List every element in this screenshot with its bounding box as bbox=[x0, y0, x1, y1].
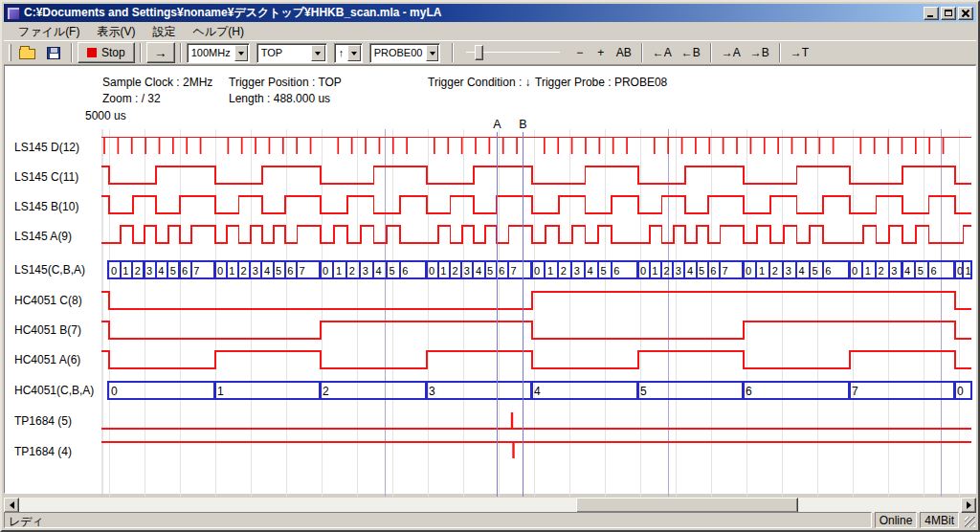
menu-help[interactable]: ヘルプ(H) bbox=[184, 22, 253, 42]
trigger-position-info: Trigger Position : TOP bbox=[229, 76, 342, 89]
maximize-button[interactable] bbox=[941, 7, 956, 20]
zoom-out-button[interactable]: − bbox=[569, 43, 590, 62]
resize-grip[interactable] bbox=[962, 512, 976, 528]
set-cursor-b-button[interactable]: →B bbox=[746, 43, 774, 62]
waveform-client-area bbox=[4, 65, 976, 494]
zoom-slider[interactable] bbox=[464, 43, 562, 62]
stop-label: Stop bbox=[101, 46, 125, 59]
window-title: C:¥Documents and Settings¥noname¥デスクトップ¥… bbox=[24, 5, 922, 21]
channel-label: HC4051 A(6) bbox=[14, 353, 80, 366]
status-memory: 4MBit bbox=[920, 512, 959, 528]
stop-icon bbox=[87, 48, 97, 57]
trigger-edge-combo[interactable]: ↑ bbox=[334, 43, 363, 63]
zoom-slider-handle[interactable] bbox=[475, 45, 483, 60]
channel-label: HC4051 C(8) bbox=[14, 294, 82, 307]
toolbar-separator bbox=[140, 43, 142, 62]
app-icon bbox=[7, 7, 20, 20]
open-folder-icon bbox=[19, 49, 35, 59]
status-ready: レディ bbox=[4, 512, 872, 528]
chevron-down-icon[interactable] bbox=[426, 45, 437, 61]
stop-button[interactable]: Stop bbox=[78, 42, 135, 63]
toolbar-grip bbox=[9, 44, 11, 61]
single-run-button[interactable]: → bbox=[146, 42, 175, 63]
channel-label: LS145 C(11) bbox=[14, 170, 78, 184]
channel-label: LS145(C,B,A) bbox=[14, 263, 85, 277]
channel-label: TP1684 (4) bbox=[14, 445, 72, 458]
toolbar: Stop → 100MHz TOP ↑ PROBE00 − + AB ←A bbox=[4, 40, 976, 65]
zoom-info: Zoom : / 32 bbox=[102, 92, 161, 105]
chevron-down-icon[interactable] bbox=[234, 45, 248, 61]
channel-label: LS145 A(9) bbox=[14, 230, 72, 243]
chevron-down-icon[interactable] bbox=[347, 45, 361, 61]
channel-label: LS145 B(10) bbox=[14, 200, 78, 213]
toolbar-separator bbox=[710, 43, 712, 62]
trigger-probe-value: PROBE00 bbox=[370, 44, 426, 62]
channel-label: TP1684 (5) bbox=[14, 414, 72, 428]
trigger-position-combo[interactable]: TOP bbox=[256, 43, 327, 63]
toolbar-separator bbox=[71, 43, 73, 62]
time-scale-label: 5000 us bbox=[85, 109, 126, 122]
close-icon bbox=[962, 10, 969, 17]
trigger-position-value: TOP bbox=[257, 44, 310, 62]
trigger-probe-combo[interactable]: PROBE00 bbox=[369, 43, 440, 63]
toolbar-separator bbox=[180, 43, 182, 62]
goto-cursor-a-button[interactable]: ←A bbox=[648, 43, 677, 62]
maximize-icon bbox=[945, 10, 952, 16]
chevron-down-icon[interactable] bbox=[311, 45, 325, 61]
menubar: ファイル(F) 表示(V) 設定 ヘルプ(H) bbox=[4, 23, 976, 40]
zoom-in-button[interactable]: + bbox=[590, 43, 612, 62]
open-file-button[interactable] bbox=[14, 42, 40, 63]
app-window: C:¥Documents and Settings¥noname¥デスクトップ¥… bbox=[0, 0, 980, 532]
trigger-probe-info: Trigger Probe : PROBE08 bbox=[535, 76, 667, 89]
save-floppy-icon bbox=[47, 47, 60, 59]
sample-clock-combo[interactable]: 100MHz bbox=[187, 43, 250, 63]
minimize-icon bbox=[927, 15, 933, 17]
triangle-right-icon bbox=[967, 501, 975, 509]
save-file-button[interactable] bbox=[40, 42, 66, 63]
goto-cursor-b-button[interactable]: ←B bbox=[677, 43, 705, 62]
menu-view[interactable]: 表示(V) bbox=[88, 22, 144, 42]
menu-file[interactable]: ファイル(F) bbox=[10, 22, 88, 42]
trigger-condition-info: Trigger Condition : ↓ bbox=[428, 76, 531, 89]
channel-label: HC4051(C,B,A) bbox=[14, 384, 94, 397]
set-cursor-a-button[interactable]: →A bbox=[717, 43, 746, 62]
titlebar[interactable]: C:¥Documents and Settings¥noname¥デスクトップ¥… bbox=[4, 4, 976, 22]
channel-label: HC4051 B(7) bbox=[14, 323, 81, 337]
zoom-ab-button[interactable]: AB bbox=[612, 43, 636, 62]
sample-clock-info: Sample Clock : 2MHz bbox=[102, 76, 212, 89]
minimize-button[interactable] bbox=[924, 7, 939, 20]
status-online: Online bbox=[875, 512, 918, 528]
trigger-edge-value: ↑ bbox=[335, 44, 347, 62]
menu-settings[interactable]: 設定 bbox=[144, 22, 184, 42]
sample-clock-value: 100MHz bbox=[188, 44, 234, 62]
toolbar-separator bbox=[452, 43, 454, 62]
triangle-left-icon bbox=[6, 501, 14, 509]
channel-label: LS145 D(12) bbox=[14, 141, 79, 154]
goto-trigger-button[interactable]: →T bbox=[786, 43, 813, 62]
close-button[interactable] bbox=[958, 7, 973, 20]
length-info: Length : 488.000 us bbox=[229, 92, 330, 105]
toolbar-separator bbox=[779, 43, 781, 62]
toolbar-separator bbox=[641, 43, 643, 62]
statusbar: レディ Online 4MBit bbox=[4, 509, 976, 528]
